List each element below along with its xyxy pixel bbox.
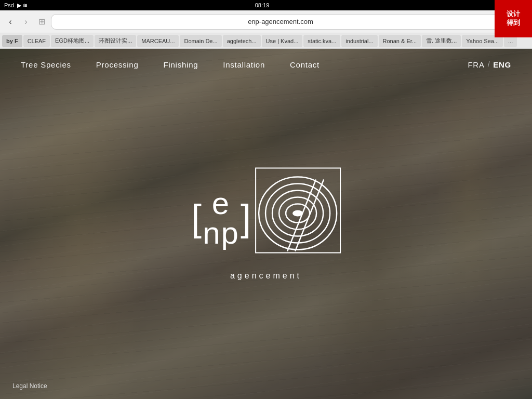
lang-separator: /	[488, 60, 490, 69]
nav-installation[interactable]: Installation	[223, 60, 265, 69]
logo-np: np	[203, 218, 240, 247]
language-switcher: FRA / ENG	[468, 60, 511, 69]
bookmark-tab-3[interactable]: 环图设计实...	[95, 35, 136, 47]
bookmark-tab-0[interactable]: by F	[2, 35, 22, 47]
logo-wordmark: [ e np ]	[191, 168, 341, 268]
logo-e: e	[212, 188, 230, 218]
forward-button[interactable]: ›	[20, 16, 32, 28]
time-display: 08:19	[255, 2, 270, 8]
back-button[interactable]: ‹	[4, 16, 17, 28]
url-text: enp-agencement.com	[248, 18, 313, 25]
bookmark-tab-7[interactable]: Use | Kvad...	[262, 35, 303, 47]
bookmark-tab-10[interactable]: Ronan & Er...	[379, 35, 421, 47]
address-bar[interactable]: enp-agencement.com ↻	[51, 14, 510, 30]
logo-bracket-left: [	[191, 201, 202, 235]
lang-fra-button[interactable]: FRA	[468, 60, 484, 69]
bookmark-tab-11[interactable]: 雪. 途里数...	[422, 35, 461, 47]
logo-enp-block: e np	[203, 188, 240, 247]
site-logo: [ e np ]	[191, 168, 341, 281]
nav-links: Tree Species Processing Finishing Instal…	[21, 60, 320, 69]
status-bar: Psd ▶ ≋ 08:19 ▶▶▶ 93% ▮	[0, 0, 532, 10]
tab-overview-button[interactable]: ⊞	[35, 16, 48, 28]
bookmark-tab-6[interactable]: aggletech...	[223, 35, 261, 47]
bookmark-tab-8[interactable]: static.kva...	[303, 35, 340, 47]
bookmark-tab-1[interactable]: CLEAF	[23, 35, 50, 47]
logo-bracket-right: ]	[241, 201, 251, 235]
bookmark-tab-9[interactable]: industrial...	[341, 35, 377, 47]
logo-agencement: agencement	[230, 271, 302, 281]
browser-toolbar: ‹ › ⊞ enp-agencement.com ↻ ⬆	[0, 10, 532, 33]
site-content: Tree Species Processing Finishing Instal…	[0, 49, 532, 399]
legal-notice-link[interactable]: Legal Notice	[12, 382, 47, 390]
bookmark-tab-4[interactable]: MARCEAU...	[137, 35, 179, 47]
nav-contact[interactable]: Contact	[290, 60, 320, 69]
bookmarks-bar: by F CLEAF EGD杯地图... 环图设计实... MARCEAU...…	[0, 33, 532, 49]
site-navigation: Tree Species Processing Finishing Instal…	[0, 49, 532, 80]
badge-line1: 设计	[507, 10, 520, 19]
nav-processing[interactable]: Processing	[96, 60, 139, 69]
wifi-icon: ▶ ≋	[17, 2, 28, 9]
badge-line2: 得到	[507, 19, 520, 28]
bookmark-tab-5[interactable]: Domain De...	[180, 35, 221, 47]
status-left: Psd ▶ ≋	[4, 2, 28, 9]
brand-badge: 设计 得到	[495, 0, 532, 37]
logo-text-block: [ e np ]	[191, 168, 341, 281]
nav-tree-species[interactable]: Tree Species	[21, 60, 71, 69]
carrier-label: Psd	[4, 2, 14, 8]
nav-finishing[interactable]: Finishing	[164, 60, 198, 69]
bookmark-tab-2[interactable]: EGD杯地图...	[51, 35, 94, 47]
logo-icon	[255, 168, 341, 254]
lang-eng-button[interactable]: ENG	[493, 60, 511, 69]
